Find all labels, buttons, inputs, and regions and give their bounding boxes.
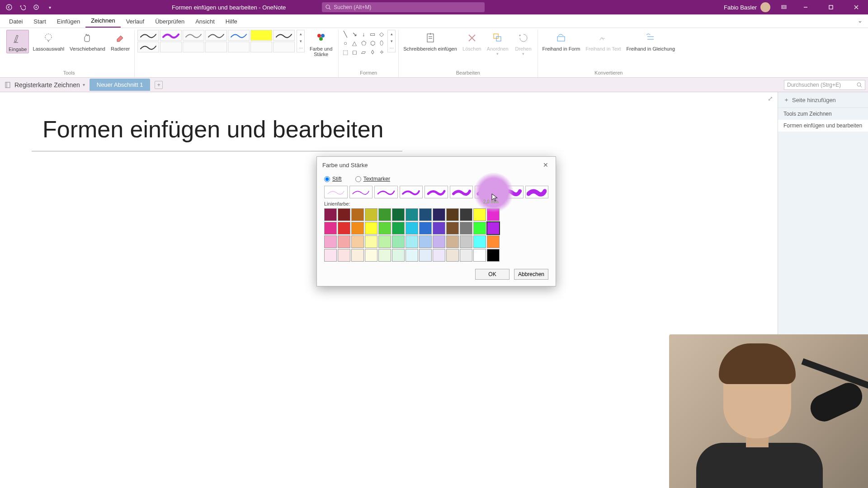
fullscreen-icon[interactable]: ⤢ bbox=[768, 95, 773, 102]
close-button[interactable] bbox=[848, 0, 864, 14]
shape-5[interactable]: ○ bbox=[341, 39, 349, 47]
shape-1[interactable]: ↘ bbox=[350, 30, 359, 38]
page-list-item[interactable]: Formen einfügen und bearbeiten bbox=[778, 120, 868, 131]
color-swatch[interactable] bbox=[406, 222, 418, 235]
thickness-0[interactable] bbox=[324, 186, 348, 198]
convert-0[interactable]: Freihand in Form bbox=[541, 30, 582, 52]
thickness-8[interactable] bbox=[525, 186, 549, 198]
thickness-5[interactable] bbox=[450, 186, 473, 198]
menu-tab-zeichnen[interactable]: Zeichnen bbox=[85, 14, 120, 28]
color-swatch[interactable] bbox=[378, 235, 391, 248]
pen-preset-b4[interactable] bbox=[228, 42, 250, 52]
color-swatch[interactable] bbox=[446, 208, 459, 221]
add-page-button[interactable]: ＋ Seite hinzufügen bbox=[778, 92, 868, 108]
color-swatch[interactable] bbox=[487, 208, 500, 221]
pen-preset-4[interactable] bbox=[228, 30, 250, 41]
color-swatch[interactable] bbox=[365, 235, 377, 248]
thickness-1[interactable] bbox=[349, 186, 373, 198]
user-account[interactable]: Fabio Basler bbox=[724, 2, 770, 12]
color-swatch[interactable] bbox=[487, 222, 500, 235]
pen-preset-b0[interactable] bbox=[137, 42, 159, 52]
add-section-button[interactable]: + bbox=[155, 81, 163, 89]
color-swatch[interactable] bbox=[338, 208, 350, 221]
color-swatch[interactable] bbox=[419, 235, 432, 248]
pen-preset-b2[interactable] bbox=[183, 42, 204, 52]
menu-tab-datei[interactable]: Datei bbox=[4, 15, 28, 28]
color-swatch[interactable] bbox=[338, 249, 350, 262]
pen-preset-b3[interactable] bbox=[205, 42, 227, 52]
pen-preset-5[interactable] bbox=[250, 30, 272, 41]
shapes-gallery-expand[interactable]: ▴▾⋯ bbox=[387, 30, 396, 52]
pen-preset-1[interactable] bbox=[160, 30, 182, 41]
color-swatch[interactable] bbox=[406, 208, 418, 221]
convert-2[interactable]: Freihand in Gleichung bbox=[624, 30, 677, 52]
color-swatch[interactable] bbox=[433, 235, 445, 248]
minimize-button[interactable] bbox=[797, 0, 814, 14]
thickness-6[interactable] bbox=[475, 186, 498, 198]
color-swatch[interactable] bbox=[378, 249, 391, 262]
color-swatch[interactable] bbox=[378, 208, 391, 221]
page-list-item[interactable]: Tools zum Zeichnen bbox=[778, 108, 868, 120]
color-swatch[interactable] bbox=[446, 249, 459, 262]
present-icon[interactable] bbox=[779, 3, 788, 12]
shape-7[interactable]: ⬠ bbox=[359, 39, 368, 47]
page-title[interactable]: Formen einfügen und bearbeiten bbox=[42, 116, 384, 143]
ok-button[interactable]: OK bbox=[475, 269, 509, 280]
shape-2[interactable]: ↓ bbox=[359, 30, 368, 38]
color-swatch[interactable] bbox=[324, 222, 337, 235]
section-tab[interactable]: Neuer Abschnitt 1 bbox=[90, 79, 151, 91]
tool-verschiebehand[interactable]: Verschiebehand bbox=[68, 30, 107, 52]
color-swatch[interactable] bbox=[419, 222, 432, 235]
color-swatch[interactable] bbox=[460, 222, 472, 235]
color-swatch[interactable] bbox=[446, 222, 459, 235]
menu-tab-überprüfen[interactable]: Überprüfen bbox=[150, 15, 190, 28]
color-swatch[interactable] bbox=[324, 235, 337, 248]
color-swatch[interactable] bbox=[392, 222, 405, 235]
color-swatch[interactable] bbox=[473, 222, 486, 235]
edit-0[interactable]: Schreibbereich einfügen bbox=[401, 30, 459, 52]
color-swatch[interactable] bbox=[338, 222, 350, 235]
search-box[interactable]: Suchen (Alt+M) bbox=[322, 2, 485, 12]
color-swatch[interactable] bbox=[351, 208, 364, 221]
color-swatch[interactable] bbox=[365, 222, 377, 235]
color-swatch[interactable] bbox=[473, 235, 486, 248]
collapse-ribbon-icon[interactable]: ⌄ bbox=[858, 17, 863, 24]
color-thickness-button[interactable]: Farbe und Stärke bbox=[307, 30, 335, 58]
color-swatch[interactable] bbox=[419, 208, 432, 221]
color-swatch[interactable] bbox=[473, 249, 486, 262]
color-swatch[interactable] bbox=[365, 208, 377, 221]
color-swatch[interactable] bbox=[392, 235, 405, 248]
shape-9[interactable]: ⬯ bbox=[377, 39, 386, 47]
shape-4[interactable]: ◇ bbox=[377, 30, 386, 38]
notebook-dropdown[interactable]: Registerkarte Zeichnen ▾ bbox=[5, 81, 85, 89]
color-swatch[interactable] bbox=[487, 235, 500, 248]
color-swatch[interactable] bbox=[460, 208, 472, 221]
pen-preset-b1[interactable] bbox=[160, 42, 182, 52]
color-swatch[interactable] bbox=[392, 208, 405, 221]
dialog-close-button[interactable]: ✕ bbox=[541, 160, 550, 169]
notebook-search[interactable]: Durchsuchen (Strg+E) bbox=[784, 80, 865, 90]
color-swatch[interactable] bbox=[406, 249, 418, 262]
pen-preset-b6[interactable] bbox=[273, 42, 295, 52]
color-swatch[interactable] bbox=[446, 235, 459, 248]
touch-icon[interactable] bbox=[32, 3, 41, 12]
shape-14[interactable]: ✧ bbox=[377, 48, 386, 56]
shape-13[interactable]: ◊ bbox=[368, 48, 377, 56]
shape-12[interactable]: ▱ bbox=[359, 48, 368, 56]
tool-radierer[interactable]: Radierer bbox=[109, 30, 132, 52]
color-swatch[interactable] bbox=[365, 249, 377, 262]
color-swatch[interactable] bbox=[487, 249, 500, 262]
color-swatch[interactable] bbox=[433, 249, 445, 262]
color-swatch[interactable] bbox=[378, 222, 391, 235]
tool-lassoauswahl[interactable]: Lassoauswahl bbox=[31, 30, 66, 52]
shape-8[interactable]: ⬡ bbox=[368, 39, 377, 47]
pen-gallery-expand[interactable]: ▴▾⋯ bbox=[297, 30, 305, 52]
shapes-gallery[interactable]: ╲↘↓▭◇○△⬠⬡⬯⬚◻▱◊✧ bbox=[341, 30, 386, 56]
page-canvas[interactable]: ⤢ Formen einfügen und bearbeiten bbox=[0, 92, 778, 488]
menu-tab-verlauf[interactable]: Verlauf bbox=[121, 15, 150, 28]
radio-marker[interactable]: Textmarker bbox=[355, 176, 390, 182]
pen-preset-0[interactable] bbox=[137, 30, 159, 41]
shape-10[interactable]: ⬚ bbox=[341, 48, 349, 56]
color-swatch[interactable] bbox=[351, 235, 364, 248]
color-swatch[interactable] bbox=[433, 222, 445, 235]
